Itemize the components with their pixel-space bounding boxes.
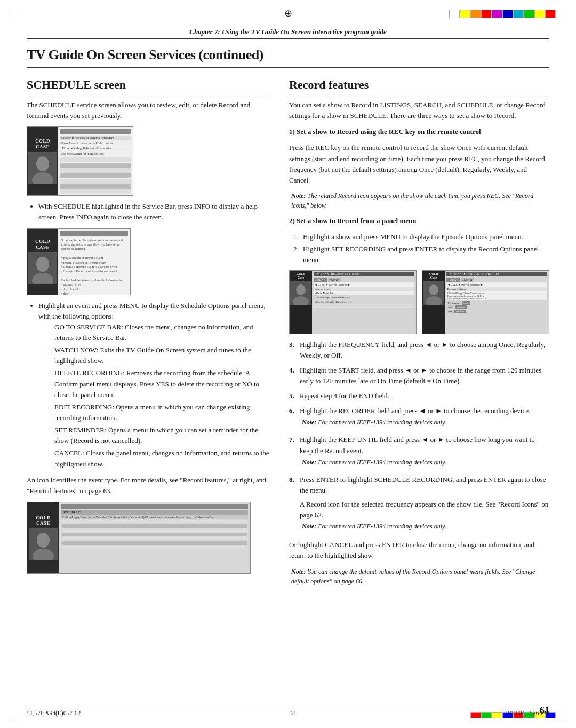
step-4: 4. Highlight the START field, and press …: [289, 365, 549, 386]
corner-br: [557, 709, 566, 718]
page-footer: 51,57HX94(E)057-62 61 9/12/04, 7:26 PM: [27, 707, 549, 716]
record-heading: Record features: [289, 78, 549, 94]
dash-item-1: WATCH NOW: Exits the TV Guide On Screen …: [48, 345, 272, 366]
step-7: 7. Highlight the KEEP UNTIL field and pr…: [289, 434, 549, 470]
dash-item-0: GO TO SERVICE BAR: Closes the menu, chan…: [48, 322, 272, 343]
bullet-1: With SCHEDULE highlighted in the Service…: [38, 201, 272, 223]
record-item1-body: Press the REC key on the remote control …: [289, 143, 549, 186]
compass-mark: ⊕: [284, 7, 292, 19]
schedule-intro: The SCHEDULE service screen allows you t…: [27, 100, 272, 121]
corner-tr: [557, 10, 566, 19]
schedule-screen-2: COLdCase Schedule is the place: [27, 228, 131, 295]
step-3: 3. Highlight the FREQUENCY field, and pr…: [289, 339, 549, 361]
content-area: TV Guide On Screen Services (continued) …: [27, 43, 549, 696]
schedule-closing: An icon identifies the event type. For m…: [27, 475, 272, 496]
record-sub1: 1. Highlight a show and press MENU to di…: [293, 232, 549, 242]
schedule-screen-3: COLdCase SCHEDULE C: [27, 502, 251, 574]
record-screen-left: COLdCase TV JANN R: [289, 270, 417, 334]
record-item1: 1) Set a show to Record using the REC ke…: [289, 126, 549, 210]
record-item2-heading: 2) Set a show to Record from a panel men…: [289, 216, 549, 226]
step6-note: Note: For connected IEEE-1394 recording …: [300, 417, 530, 427]
record-intro: You can set a show to Record in LISTINGS…: [289, 100, 549, 121]
schedule-heading: SCHEDULE screen: [27, 78, 272, 94]
guide-content-1: Choose for Record or Remind listed here …: [58, 127, 133, 195]
bullet-2: Highlight an event and press MENU to dis…: [38, 300, 272, 470]
color-bar-top: [449, 10, 556, 18]
dash-item-3: EDIT RECORDING: Opens a menu in which yo…: [48, 402, 272, 423]
dash-item-2: DELETE RECORDING: Removes the recording …: [48, 368, 272, 400]
record-sub2: 2. Highlight SET RECORDING and press ENT…: [293, 244, 549, 265]
step-or-note: Note: You can change the default values …: [289, 567, 549, 586]
record-item2: 2) Set a show to Record from a panel men…: [289, 216, 549, 266]
double-screen-container: COLdCase TV JANN R: [289, 270, 549, 334]
corner-bl: [10, 709, 19, 718]
two-col-layout: SCHEDULE screen The SCHEDULE service scr…: [27, 78, 549, 589]
page-title: TV Guide On Screen Services (continued): [27, 47, 549, 68]
chapter-header-text: Chapter 7: Using the TV Guide On Screen …: [189, 28, 387, 36]
schedule-screen-1: COLdCase Choose for Record or R: [27, 126, 133, 196]
guide-content-2: Schedule is the place where you can revi…: [58, 229, 130, 295]
svg-point-4: [36, 257, 49, 272]
dash-options-list: GO TO SERVICE BAR: Closes the menu, chan…: [38, 322, 272, 470]
record-steps-list: 3. Highlight the FREQUENCY field, and pr…: [289, 339, 549, 535]
chapter-header: Chapter 7: Using the TV Guide On Screen …: [27, 28, 549, 39]
cold-case-label-3: COLdCase: [36, 515, 51, 527]
cold-case-label-1: COLdCase: [35, 138, 50, 150]
cold-case-panel-2: COLdCase: [27, 229, 58, 295]
step7-note: Note: For connected IEEE-1394 recording …: [300, 457, 549, 467]
guide-content-3: SCHEDULE CliffordPuppy "Your Secret Vale…: [59, 502, 250, 573]
step-5: 5. Repeat step 4 for the END field.: [289, 391, 549, 401]
cold-case-image-3: [29, 528, 58, 560]
schedule-bullet2-list: Highlight an event and press MENU to dis…: [27, 300, 272, 470]
step-or-text: Or highlight CANCEL and press ENTER to c…: [289, 540, 549, 561]
footer-center-page: 61: [290, 710, 297, 716]
step-8: 8. Press ENTER to highlight SCHEDULE REC…: [289, 474, 549, 535]
svg-point-7: [37, 533, 50, 548]
cold-case-panel-1: COLdCase: [27, 127, 58, 195]
bullet-2-text: Highlight an event and press MENU to dis…: [38, 302, 266, 320]
step8-record-icon: A Record icon for the selected frequency…: [300, 499, 549, 520]
page: ⊕ Chapter 7: Using the TV Guide On Scree…: [0, 0, 576, 728]
step-6: 6. Highlight the RECORDER field and pres…: [289, 406, 549, 430]
cold-case-image-1: [28, 152, 57, 184]
page-number-bold: 61: [540, 705, 549, 716]
record-item2-sublist: 1. Highlight a show and press MENU to di…: [289, 232, 549, 265]
left-column: SCHEDULE screen The SCHEDULE service scr…: [27, 78, 272, 579]
svg-point-10: [296, 284, 306, 295]
corner-tl: [10, 10, 19, 19]
svg-point-1: [36, 156, 49, 171]
record-item1-heading: 1) Set a show to Record using the REC ke…: [289, 126, 549, 137]
schedule-bullets: With SCHEDULE highlighted in the Service…: [27, 201, 272, 223]
cold-case-panel-3: COLdCase: [27, 502, 59, 573]
dash-item-5: CANCEL: Closes the panel menu, changes n…: [48, 448, 272, 469]
record-item1-note: Note: The related Record icon appears on…: [289, 191, 549, 210]
cold-case-label-2: COLdCase: [35, 239, 50, 250]
svg-point-13: [429, 284, 438, 295]
footer-left-code: 51,57HX94(E)057-62: [27, 710, 81, 716]
cold-case-image-2: [28, 252, 57, 284]
right-column: Record features You can set a show to Re…: [289, 78, 549, 589]
record-screen-right: COLdCase TV JANN S: [422, 270, 549, 334]
step8-note: Note: For connected IEEE-1394 recording …: [300, 521, 549, 531]
dash-item-4: SET REMINDER: Opens a menu in which you …: [48, 425, 272, 446]
